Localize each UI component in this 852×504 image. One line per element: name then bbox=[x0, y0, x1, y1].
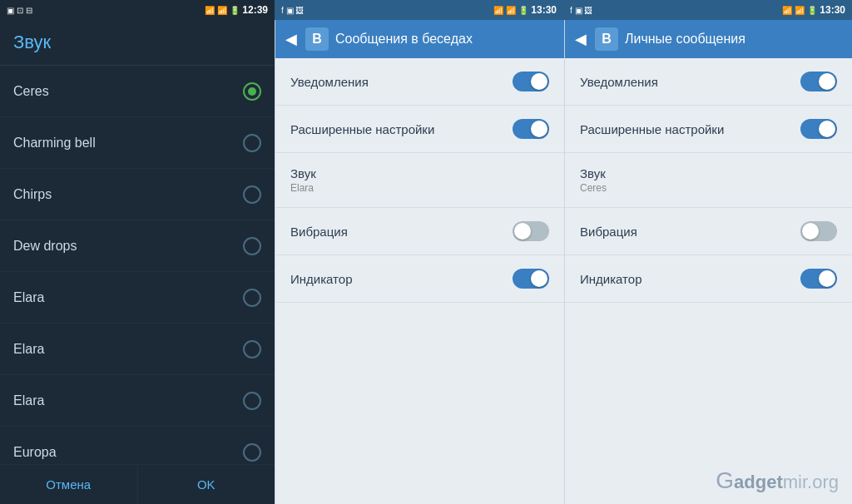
setting-row: Уведомления bbox=[565, 58, 852, 106]
setting-row: Расширенные настройки bbox=[565, 106, 852, 153]
sound-item[interactable]: Elara bbox=[0, 324, 275, 375]
setting-label-group: Индикатор bbox=[580, 272, 642, 286]
setting-label-group: Вибрация bbox=[580, 225, 637, 239]
setting-label: Уведомления bbox=[290, 75, 369, 89]
setting-label: Вибрация bbox=[580, 225, 637, 239]
right-panel-content: Уведомления Расширенные настройки Звук C… bbox=[565, 58, 852, 504]
left-footer: Отмена OK bbox=[0, 464, 275, 504]
status-bars: ▣ ⊡ ⊟ 📶 📶 🔋 12:39 f ▣ 🖼 📶 📶 🔋 13:30 f ▣ … bbox=[0, 0, 852, 20]
setting-label-group: Вибрация bbox=[290, 225, 348, 239]
setting-label-group: Уведомления bbox=[290, 75, 369, 89]
left-panel: Звук Ceres Charming bell Chirps Dew drop… bbox=[0, 20, 275, 504]
battery-icon-mid: 🔋 bbox=[518, 6, 528, 15]
setting-label: Звук bbox=[580, 166, 607, 180]
setting-label-group: Расширенные настройки bbox=[580, 122, 724, 136]
main-layout: Звук Ceres Charming bell Chirps Dew drop… bbox=[0, 20, 852, 504]
sound-item[interactable]: Dew drops bbox=[0, 220, 275, 272]
left-status-icons: ▣ ⊡ ⊟ bbox=[7, 6, 32, 15]
radio-btn[interactable] bbox=[243, 443, 261, 462]
setting-label: Звук bbox=[290, 166, 316, 180]
toggle-thumb bbox=[819, 270, 835, 287]
sound-item[interactable]: Elara bbox=[0, 375, 275, 427]
sound-item[interactable]: Chirps bbox=[0, 169, 275, 220]
radio-btn[interactable] bbox=[243, 185, 261, 204]
sound-list: Ceres Charming bell Chirps Dew drops Ela… bbox=[0, 66, 275, 464]
setting-label-group: Звук Elara bbox=[290, 166, 316, 194]
toggle-switch[interactable] bbox=[800, 119, 837, 139]
time-left: 12:39 bbox=[242, 4, 268, 16]
status-bar-right: f ▣ 🖼 📶 📶 🔋 13:30 bbox=[563, 0, 852, 20]
sound-item-name: Ceres bbox=[13, 84, 49, 99]
left-icons: ▣ ⊡ ⊟ bbox=[7, 6, 32, 15]
toggle-thumb bbox=[819, 73, 835, 90]
radio-btn[interactable] bbox=[243, 340, 261, 358]
middle-panel-header: ◀ В Сообщения в беседах bbox=[275, 20, 564, 58]
sound-item[interactable]: Charming bell bbox=[0, 117, 275, 169]
setting-row: Звук Ceres bbox=[565, 153, 852, 208]
back-arrow-right[interactable]: ◀ bbox=[575, 30, 587, 48]
right-panel-title: Личные сообщения bbox=[625, 32, 746, 47]
setting-row: Уведомления bbox=[275, 58, 564, 106]
setting-row: Вибрация bbox=[275, 208, 564, 255]
signal-icon: 📶 bbox=[217, 6, 227, 15]
toggle-thumb bbox=[802, 223, 819, 240]
toggle-switch[interactable] bbox=[513, 119, 549, 139]
setting-label: Индикатор bbox=[290, 272, 353, 286]
battery-icon: 🔋 bbox=[230, 6, 240, 15]
sound-item-name: Elara bbox=[13, 290, 44, 305]
middle-panel-title: Сообщения в беседах bbox=[335, 32, 473, 47]
ok-button[interactable]: OK bbox=[138, 465, 275, 504]
signal-icon-mid: 📶 bbox=[506, 6, 516, 15]
toggle-thumb bbox=[531, 121, 547, 137]
time-mid: 13:30 bbox=[531, 4, 557, 16]
battery-icon-right: 🔋 bbox=[807, 6, 817, 15]
right-panel: ◀ В Личные сообщения Уведомления Расшире… bbox=[565, 20, 852, 504]
sound-item[interactable]: Ceres bbox=[0, 66, 275, 117]
sound-item-name: Chirps bbox=[13, 187, 52, 202]
radio-btn[interactable] bbox=[243, 237, 261, 255]
sound-item-name: Europa bbox=[13, 445, 57, 460]
setting-label: Вибрация bbox=[290, 225, 348, 239]
mid-right-icons: 📶 📶 🔋 13:30 bbox=[493, 4, 557, 16]
setting-label-group: Уведомления bbox=[580, 75, 658, 89]
setting-sublabel: Ceres bbox=[580, 182, 607, 194]
middle-panel: ◀ В Сообщения в беседах Уведомления Расш… bbox=[275, 20, 564, 504]
middle-panel-content: Уведомления Расширенные настройки Звук E… bbox=[275, 58, 564, 504]
sound-item-name: Charming bell bbox=[13, 136, 96, 151]
vk-icon-mid: В bbox=[305, 27, 329, 51]
mid-left-icons: f ▣ 🖼 bbox=[281, 6, 304, 15]
toggle-thumb bbox=[514, 223, 531, 240]
toggle-thumb bbox=[819, 121, 835, 137]
left-right-icons: 📶 📶 🔋 12:39 bbox=[205, 4, 268, 16]
setting-row: Вибрация bbox=[565, 208, 852, 255]
cancel-button[interactable]: Отмена bbox=[0, 465, 137, 504]
radio-btn[interactable] bbox=[243, 392, 261, 410]
sound-item-name: Elara bbox=[13, 393, 44, 408]
signal-icon-right: 📶 bbox=[795, 6, 805, 15]
sound-item-name: Dew drops bbox=[13, 239, 77, 254]
toggle-switch[interactable] bbox=[513, 221, 549, 241]
setting-row: Индикатор bbox=[275, 255, 564, 303]
radio-btn[interactable] bbox=[243, 289, 261, 307]
right-left-icons: f ▣ 🖼 bbox=[570, 6, 592, 15]
fb-icon-right: f ▣ 🖼 bbox=[570, 6, 592, 15]
left-panel-title: Звук bbox=[0, 20, 275, 66]
radio-btn[interactable] bbox=[243, 82, 261, 101]
radio-btn[interactable] bbox=[243, 134, 261, 152]
time-right: 13:30 bbox=[820, 4, 845, 16]
wifi-icon-mid: 📶 bbox=[493, 6, 503, 15]
toggle-switch[interactable] bbox=[513, 72, 549, 91]
sound-item[interactable]: Europa bbox=[0, 427, 275, 464]
setting-label: Расширенные настройки bbox=[580, 122, 724, 136]
setting-label: Индикатор bbox=[580, 272, 642, 286]
toggle-thumb bbox=[531, 73, 547, 90]
sound-item[interactable]: Elara bbox=[0, 272, 275, 324]
toggle-switch[interactable] bbox=[800, 72, 837, 91]
setting-label-group: Индикатор bbox=[290, 272, 353, 286]
toggle-switch[interactable] bbox=[800, 221, 837, 241]
setting-label: Уведомления bbox=[580, 75, 658, 89]
toggle-thumb bbox=[531, 270, 547, 287]
toggle-switch[interactable] bbox=[800, 269, 837, 289]
back-arrow-mid[interactable]: ◀ bbox=[285, 30, 297, 48]
toggle-switch[interactable] bbox=[513, 269, 549, 289]
